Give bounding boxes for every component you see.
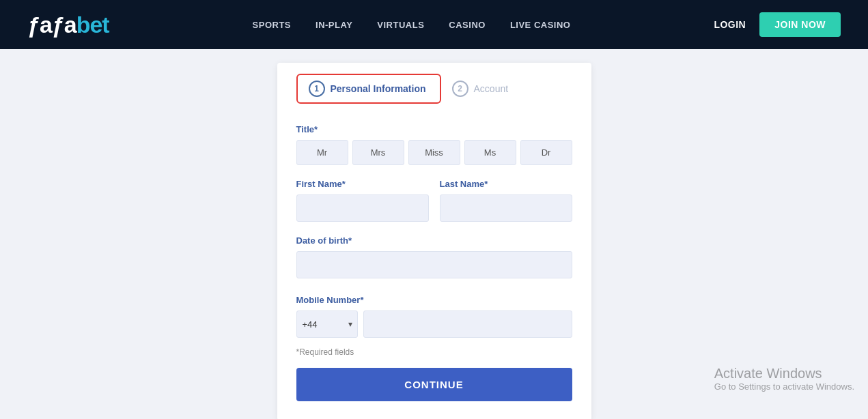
logo: ƒaƒabet — [27, 12, 109, 38]
step-1-circle: 1 — [309, 81, 325, 97]
title-mr[interactable]: Mr — [296, 140, 348, 165]
registration-form: 1 Personal Information 2 Account Title* … — [277, 63, 591, 419]
mobile-row: +44 +1 +33 +49 +61 — [296, 310, 572, 338]
nav-live-casino[interactable]: LIVE CASINO — [510, 20, 571, 30]
nav-casino[interactable]: CASINO — [449, 20, 486, 30]
last-name-field: Last Name* — [440, 179, 572, 222]
title-field-group: Title* Mr Mrs Miss Ms Dr — [296, 124, 572, 165]
title-ms[interactable]: Ms — [464, 140, 516, 165]
first-name-label: First Name* — [296, 179, 429, 189]
mobile-field-group: Mobile Number* +44 +1 +33 +49 +61 — [296, 295, 572, 338]
nav: SPORTS IN-PLAY VIRTUALS CASINO LIVE CASI… — [253, 20, 571, 30]
continue-button[interactable]: CONTINUE — [296, 368, 572, 401]
title-dr[interactable]: Dr — [520, 140, 572, 165]
logo-white-part: ƒaƒa — [27, 12, 76, 38]
title-mrs[interactable]: Mrs — [352, 140, 404, 165]
title-options: Mr Mrs Miss Ms Dr — [296, 140, 572, 165]
join-now-button[interactable]: JOIN NOW — [759, 12, 841, 37]
country-code-wrapper: +44 +1 +33 +49 +61 — [296, 310, 358, 338]
step-2-wrapper: 2 Account — [452, 81, 509, 97]
step-2-circle: 2 — [452, 81, 468, 97]
title-field-label: Title* — [296, 124, 572, 134]
nav-sports[interactable]: SPORTS — [253, 20, 291, 30]
header-actions: LOGIN JOIN NOW — [714, 12, 841, 37]
last-name-label: Last Name* — [440, 179, 572, 189]
dob-label: Date of birth* — [296, 235, 572, 246]
nav-virtuals[interactable]: VIRTUALS — [377, 20, 424, 30]
main-content: 1 Personal Information 2 Account Title* … — [0, 49, 868, 419]
country-code-select[interactable]: +44 +1 +33 +49 +61 — [296, 310, 358, 338]
header: ƒaƒabet SPORTS IN-PLAY VIRTUALS CASINO L… — [0, 0, 868, 49]
first-name-input[interactable] — [296, 194, 429, 222]
steps-indicator: 1 Personal Information 2 Account — [296, 63, 572, 111]
name-row: First Name* Last Name* — [296, 179, 572, 222]
step-1-label: Personal Information — [331, 83, 426, 94]
required-fields-note: *Required fields — [296, 347, 572, 357]
title-miss[interactable]: Miss — [408, 140, 460, 165]
logo-blue-part: bet — [76, 12, 109, 38]
step-1-wrapper: 1 Personal Information — [296, 74, 441, 104]
first-name-field: First Name* — [296, 179, 429, 222]
last-name-input[interactable] — [440, 194, 572, 222]
step-2-label: Account — [474, 83, 509, 94]
nav-inplay[interactable]: IN-PLAY — [316, 20, 352, 30]
login-button[interactable]: LOGIN — [714, 19, 746, 30]
dob-field-group: Date of birth* — [296, 235, 572, 278]
mobile-number-input[interactable] — [363, 310, 572, 338]
mobile-label: Mobile Number* — [296, 295, 572, 305]
dob-input[interactable] — [296, 251, 572, 278]
logo-text: ƒaƒabet — [27, 12, 109, 38]
